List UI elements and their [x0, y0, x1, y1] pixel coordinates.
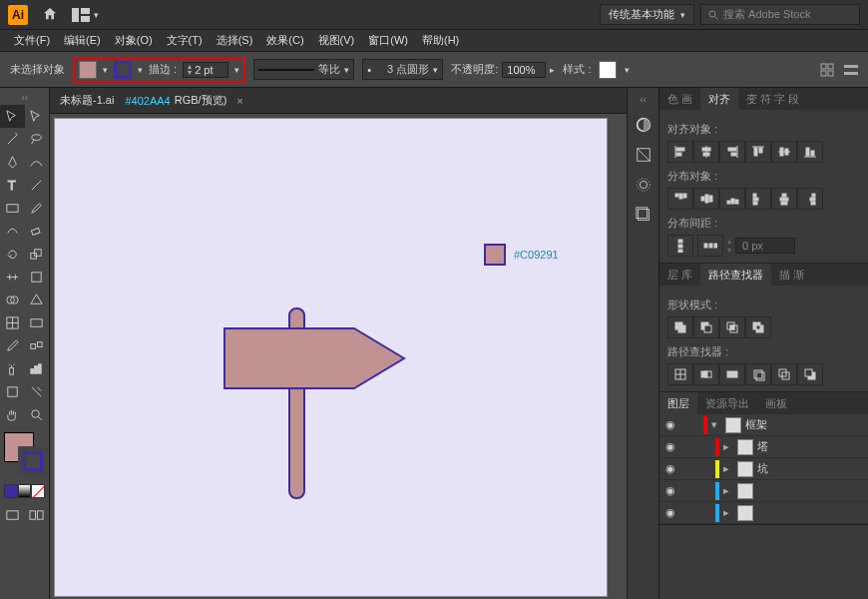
style-swatch[interactable] [599, 61, 617, 79]
stroke-indicator[interactable] [18, 446, 48, 476]
outline[interactable] [771, 363, 797, 385]
selection-tool[interactable] [0, 105, 25, 128]
stroke-swatch[interactable] [114, 61, 132, 79]
spacing-input[interactable]: 0 px [735, 238, 795, 254]
visibility-toggle[interactable]: ◉ [663, 440, 677, 453]
close-icon[interactable]: × [236, 95, 242, 107]
document-tab[interactable]: 未标题-1.ai #402AA4RGB/预览) × [60, 93, 243, 108]
menu-window[interactable]: 窗口(W) [362, 31, 414, 50]
curvature-tool[interactable] [25, 151, 50, 174]
fill-swatch[interactable] [79, 61, 97, 79]
layer-row[interactable]: ◉▾▦框架 [659, 414, 868, 436]
menu-type[interactable]: 文字(T) [161, 31, 209, 50]
dist-space-h[interactable] [697, 235, 723, 257]
visibility-toggle[interactable]: ◉ [663, 484, 677, 497]
layer-row[interactable]: ◉▸◆ [659, 480, 868, 502]
expand-toggle[interactable]: ▾ [711, 418, 721, 431]
magic-wand-tool[interactable] [0, 128, 25, 151]
expand-toggle[interactable]: ▸ [723, 440, 733, 453]
tab-artboards[interactable]: 画板 [757, 392, 795, 414]
brushes-panel-icon[interactable] [634, 175, 653, 195]
dist-bottom[interactable] [719, 188, 745, 210]
line-tool[interactable] [25, 174, 50, 197]
menu-help[interactable]: 帮助(H) [416, 31, 465, 50]
layout-dropdown[interactable]: ▾ [72, 8, 99, 22]
dist-vcenter[interactable] [693, 188, 719, 210]
dist-left[interactable] [745, 188, 771, 210]
exclude[interactable] [745, 316, 771, 338]
prefs-icon[interactable] [844, 63, 858, 77]
hand-tool[interactable] [0, 403, 25, 426]
layer-row[interactable]: ◉▸◆塔 [659, 436, 868, 458]
align-left[interactable] [667, 141, 693, 163]
scale-tool[interactable] [25, 243, 50, 266]
menu-view[interactable]: 视图(V) [312, 31, 361, 50]
expand-toggle[interactable]: ▸ [723, 484, 733, 497]
menu-effect[interactable]: 效果(C) [260, 31, 309, 50]
swatches-panel-icon[interactable] [634, 145, 653, 165]
dist-right[interactable] [797, 188, 823, 210]
menu-select[interactable]: 选择(S) [211, 31, 259, 50]
shaper-tool[interactable] [0, 220, 25, 243]
fill-stroke-indicator[interactable] [0, 432, 49, 482]
none-mode[interactable] [31, 484, 45, 498]
rotate-tool[interactable] [0, 243, 25, 266]
layer-row[interactable]: ◉▸◆坑 [659, 458, 868, 480]
visibility-toggle[interactable]: ◉ [663, 462, 677, 475]
minus-front[interactable] [693, 316, 719, 338]
divide[interactable] [667, 363, 693, 385]
chevron-right-icon[interactable]: ▸ [550, 65, 555, 75]
blend-tool[interactable] [25, 334, 50, 357]
dist-hcenter[interactable] [771, 188, 797, 210]
graph-tool[interactable] [25, 357, 50, 380]
align-top[interactable] [745, 141, 771, 163]
symbols-panel-icon[interactable] [634, 205, 653, 225]
rectangle-tool[interactable] [0, 197, 25, 220]
menu-object[interactable]: 对象(O) [109, 31, 159, 50]
align-vcenter[interactable] [771, 141, 797, 163]
crop[interactable] [745, 363, 771, 385]
color-panel-icon[interactable] [634, 115, 653, 135]
tab-layers[interactable]: 图层 [659, 392, 697, 414]
expand-toggle[interactable]: ▸ [723, 462, 733, 475]
unite[interactable] [667, 316, 693, 338]
gradient-tool[interactable] [25, 311, 50, 334]
paintbrush-tool[interactable] [25, 197, 50, 220]
lasso-tool[interactable] [25, 128, 50, 151]
tab-color[interactable]: 色 画 [659, 88, 700, 110]
stroke-profile[interactable]: 等比▾ [253, 59, 354, 80]
chevron-down-icon[interactable]: ▾ [103, 65, 108, 75]
minus-back[interactable] [797, 363, 823, 385]
artboard[interactable]: #C09291 [54, 118, 608, 597]
menu-file[interactable]: 文件(F) [8, 31, 56, 50]
align-bottom[interactable] [797, 141, 823, 163]
merge[interactable] [719, 363, 745, 385]
doc-setup-icon[interactable] [820, 63, 834, 77]
tab-align[interactable]: 对齐 [700, 88, 738, 110]
zoom-tool[interactable] [25, 403, 50, 426]
expand-panels-toggle[interactable]: ‹‹ [640, 94, 647, 105]
layer-row[interactable]: ◉▸◆ [659, 502, 868, 524]
align-hcenter[interactable] [693, 141, 719, 163]
layer-name[interactable]: 塔 [757, 439, 768, 454]
home-icon[interactable] [42, 6, 58, 24]
perspective-tool[interactable] [25, 289, 50, 311]
gradient-mode[interactable] [18, 484, 32, 498]
artboard-tool[interactable] [0, 380, 25, 403]
trim[interactable] [693, 363, 719, 385]
eyedropper-tool[interactable] [0, 334, 25, 357]
stroke-weight-input[interactable]: ▴▾ 2 pt [183, 62, 228, 78]
workspace-dropdown[interactable]: 传统基本功能 ▾ [600, 4, 694, 25]
menu-edit[interactable]: 编辑(E) [58, 31, 107, 50]
layer-name[interactable]: 坑 [757, 461, 768, 476]
tab-asset-export[interactable]: 资源导出 [697, 392, 757, 414]
symbol-sprayer-tool[interactable] [0, 357, 25, 380]
expand-toggle[interactable]: ▸ [723, 506, 733, 519]
slice-tool[interactable] [25, 380, 50, 403]
shape-builder-tool[interactable] [0, 289, 25, 311]
width-tool[interactable] [0, 266, 25, 289]
dist-top[interactable] [667, 188, 693, 210]
mesh-tool[interactable] [0, 311, 25, 334]
screen-mode-toggle[interactable] [25, 504, 50, 527]
tab-stroke-grad[interactable]: 描 渐 [771, 264, 812, 286]
